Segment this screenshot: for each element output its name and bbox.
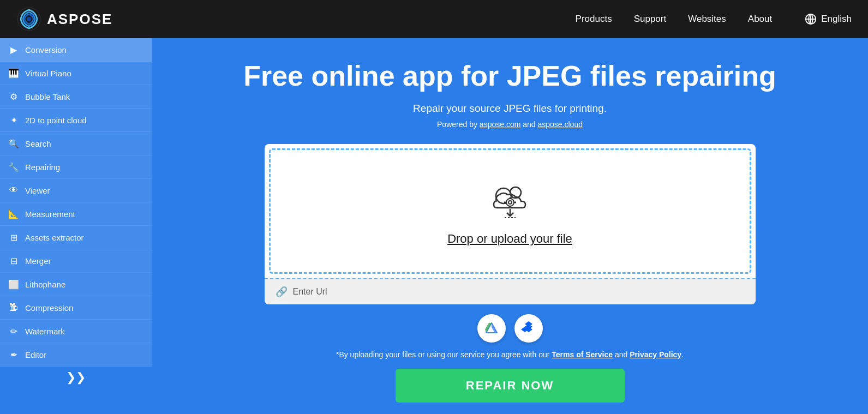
conversion-icon: ▶ <box>8 44 20 56</box>
nav-about[interactable]: About <box>748 14 772 25</box>
terms-text: *By uploading your files or using our se… <box>336 350 684 359</box>
svg-point-1 <box>27 17 31 21</box>
terms-of-service-link[interactable]: Terms of Service <box>552 350 613 359</box>
sidebar-label-repairing: Repairing <box>25 163 60 172</box>
main-content: Free online app for JPEG files repairing… <box>152 38 868 414</box>
logo-area: ASPOSE <box>16 7 112 32</box>
language-label: English <box>821 14 852 25</box>
sidebar-label-viewer: Viewer <box>25 186 50 195</box>
sidebar-label-search: Search <box>25 139 51 148</box>
cloud-upload-icon <box>488 182 532 220</box>
svg-rect-13 <box>514 201 516 203</box>
terms-and: and <box>613 350 630 359</box>
google-drive-icon <box>484 321 499 336</box>
svg-rect-12 <box>504 201 506 203</box>
sidebar-item-conversion[interactable]: ▶Conversion <box>0 38 152 62</box>
logo-text: ASPOSE <box>47 11 112 28</box>
repairing-icon: 🔧 <box>8 161 20 173</box>
compression-icon: 🗜 <box>8 302 20 314</box>
svg-rect-10 <box>509 197 511 199</box>
sidebar-item-measurement[interactable]: 📐Measurement <box>0 202 152 226</box>
watermark-icon: ✏ <box>8 325 20 337</box>
bubble-tank-icon: ⚙ <box>8 91 20 103</box>
sidebar-label-editor: Editor <box>25 350 46 359</box>
sidebar-item-2d-point-cloud[interactable]: ✦2D to point cloud <box>0 109 152 132</box>
sidebar-item-viewer[interactable]: 👁Viewer <box>0 179 152 202</box>
upload-box: Drop or upload your file 🔗 Enter Url <box>265 144 756 304</box>
powered-by-and: and <box>520 120 537 129</box>
svg-rect-11 <box>509 206 511 207</box>
sidebar-item-merger[interactable]: ⊟Merger <box>0 249 152 273</box>
aspose-cloud-link[interactable]: aspose.cloud <box>537 120 583 129</box>
terms-suffix: . <box>681 350 684 359</box>
virtual-piano-icon: 🎹 <box>8 67 20 79</box>
page-title: Free online app for JPEG files repairing <box>243 60 776 93</box>
sidebar-item-assets-extractor[interactable]: ⊞Assets extractor <box>0 226 152 249</box>
sidebar-label-merger: Merger <box>25 256 51 266</box>
language-selector[interactable]: English <box>805 13 852 25</box>
cloud-service-buttons <box>477 314 543 343</box>
sidebar-label-lithophane: Lithophane <box>25 280 65 289</box>
privacy-policy-link[interactable]: Privacy Policy <box>630 350 681 359</box>
sidebar-label-measurement: Measurement <box>25 209 75 219</box>
sidebar-label-bubble-tank: Bubble Tank <box>25 92 70 101</box>
svg-point-9 <box>508 201 512 204</box>
sidebar-item-watermark[interactable]: ✏Watermark <box>0 320 152 343</box>
link-icon: 🔗 <box>276 286 288 298</box>
nav-support[interactable]: Support <box>634 14 667 25</box>
editor-icon: ✒ <box>8 349 20 361</box>
sidebar-more-button[interactable]: ❯❯ <box>0 367 152 388</box>
sidebar-label-assets-extractor: Assets extractor <box>25 233 84 242</box>
enter-url-label: Enter Url <box>293 287 327 297</box>
dropbox-button[interactable] <box>514 314 543 343</box>
globe-icon <box>805 13 817 25</box>
enter-url-bar[interactable]: 🔗 Enter Url <box>265 278 756 304</box>
dropbox-icon <box>521 321 536 336</box>
aspose-logo-icon <box>16 7 41 32</box>
search-icon: 🔍 <box>8 137 20 149</box>
lithophane-icon: ⬜ <box>8 278 20 290</box>
main-layout: ▶Conversion🎹Virtual Piano⚙Bubble Tank✦2D… <box>0 38 868 414</box>
assets-extractor-icon: ⊞ <box>8 231 20 243</box>
sidebar-item-bubble-tank[interactable]: ⚙Bubble Tank <box>0 85 152 109</box>
viewer-icon: 👁 <box>8 184 20 196</box>
sidebar-label-watermark: Watermark <box>25 327 65 336</box>
sidebar-label-conversion: Conversion <box>25 45 67 55</box>
sidebar-label-2d-point-cloud: 2D to point cloud <box>25 116 87 125</box>
upload-label[interactable]: Drop or upload your file <box>447 232 572 246</box>
merger-icon: ⊟ <box>8 255 20 267</box>
powered-by-prefix: Powered by <box>437 120 480 129</box>
page-subtitle: Repair your source JPEG files for printi… <box>413 103 607 115</box>
svg-marker-17 <box>485 323 492 333</box>
sidebar-item-lithophane[interactable]: ⬜Lithophane <box>0 273 152 296</box>
drop-area[interactable]: Drop or upload your file <box>269 148 751 274</box>
2d-point-cloud-icon: ✦ <box>8 114 20 126</box>
google-drive-button[interactable] <box>477 314 506 343</box>
powered-by-text: Powered by aspose.com and aspose.cloud <box>437 120 583 129</box>
sidebar-item-editor[interactable]: ✒Editor <box>0 343 152 367</box>
sidebar-item-virtual-piano[interactable]: 🎹Virtual Piano <box>0 62 152 85</box>
sidebar: ▶Conversion🎹Virtual Piano⚙Bubble Tank✦2D… <box>0 38 152 414</box>
nav-bar: Products Support Websites About <box>576 14 773 25</box>
nav-websites[interactable]: Websites <box>688 14 726 25</box>
sidebar-item-repairing[interactable]: 🔧Repairing <box>0 155 152 179</box>
nav-products[interactable]: Products <box>576 14 612 25</box>
sidebar-item-search[interactable]: 🔍Search <box>0 132 152 155</box>
sidebar-label-virtual-piano: Virtual Piano <box>25 69 71 78</box>
upload-icon-wrap <box>488 182 532 222</box>
aspose-com-link[interactable]: aspose.com <box>480 120 520 129</box>
sidebar-item-compression[interactable]: 🗜Compression <box>0 296 152 320</box>
sidebar-label-compression: Compression <box>25 303 73 313</box>
measurement-icon: 📐 <box>8 208 20 220</box>
terms-prefix: *By uploading your files or using our se… <box>336 350 552 359</box>
header: ASPOSE Products Support Websites About E… <box>0 0 868 38</box>
repair-now-button[interactable]: REPAIR NOW <box>396 369 625 403</box>
